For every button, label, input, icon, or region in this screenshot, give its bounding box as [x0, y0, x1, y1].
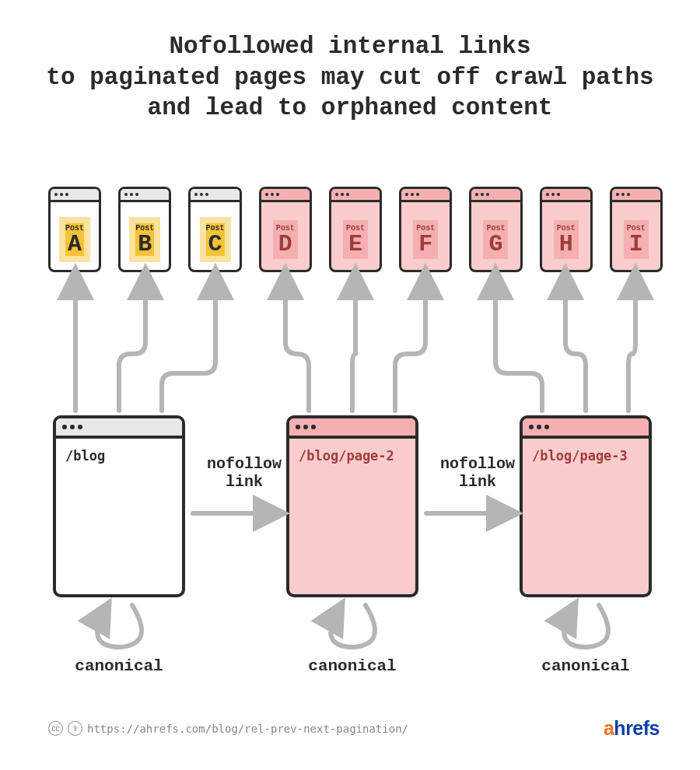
page-window-page-3: /blog/page-3 [520, 415, 652, 597]
post-card-g: Post G [469, 187, 522, 272]
post-stamp: Post D [270, 217, 301, 262]
by-icon: 🛉 [68, 721, 82, 736]
post-card-h: Post H [540, 187, 593, 272]
post-row: Post A Post B Post C Post D [48, 187, 663, 272]
brand-logo: ahrefs [604, 717, 660, 740]
window-header [289, 418, 415, 439]
window-header [542, 189, 590, 202]
post-letter: B [138, 233, 152, 256]
page-window-blog: /blog [53, 415, 185, 597]
arrow-page2-to-post-d [285, 277, 309, 411]
canonical-label: canonical [520, 657, 652, 675]
pages-row: /blog /blog/page-2 /blog/page-3 [53, 415, 667, 602]
window-header [121, 189, 169, 202]
window-header [401, 189, 450, 202]
post-card-f: Post F [399, 187, 452, 272]
arrow-canonical-3 [564, 605, 608, 647]
post-stamp: Post E [340, 217, 371, 262]
post-card-e: Post E [329, 187, 382, 272]
post-card-a: Post A [48, 187, 101, 272]
canonical-label: canonical [286, 657, 418, 675]
post-letter: E [348, 233, 362, 256]
window-header [612, 189, 660, 202]
page-path: /blog [56, 439, 182, 464]
post-stamp: Post F [410, 217, 441, 262]
post-stamp: Post A [59, 217, 90, 262]
post-stamp: Post G [480, 217, 511, 262]
source-url: https://ahrefs.com/blog/rel-prev-next-pa… [87, 723, 408, 735]
window-header [471, 189, 520, 202]
license-badge: cc 🛉 https://ahrefs.com/blog/rel-prev-ne… [48, 721, 408, 736]
canonical-label: canonical [53, 657, 185, 675]
page-window-page-2: /blog/page-2 [286, 415, 418, 597]
window-header [331, 189, 380, 202]
diagram-title: Nofollowed internal links to paginated p… [0, 31, 700, 124]
post-card-b: Post B [118, 187, 171, 272]
window-header [51, 189, 99, 202]
arrow-canonical-2 [331, 605, 375, 647]
arrow-page1-to-post-c [162, 277, 215, 411]
footer: cc 🛉 https://ahrefs.com/blog/rel-prev-ne… [48, 717, 660, 740]
post-stamp: Post B [129, 217, 160, 262]
post-card-i: Post I [610, 187, 663, 272]
arrow-page2-to-post-f [395, 277, 425, 411]
post-stamp: Post H [551, 217, 582, 262]
post-stamp: Post C [200, 217, 231, 262]
arrow-page3-to-post-h [565, 277, 586, 411]
post-letter: G [488, 233, 502, 256]
arrow-page3-to-post-i [628, 277, 635, 411]
page-path: /blog/page-3 [523, 439, 649, 464]
arrow-page2-to-post-e [352, 277, 355, 411]
post-stamp: Post I [621, 217, 652, 262]
nofollow-label: nofollowlink [198, 455, 291, 491]
post-letter: C [208, 233, 222, 256]
post-card-c: Post C [188, 187, 241, 272]
post-letter: A [68, 233, 82, 256]
post-letter: I [629, 233, 643, 256]
arrow-page3-to-post-g [495, 277, 542, 411]
window-header [56, 418, 182, 439]
post-letter: H [559, 233, 573, 256]
cc-icon: cc [48, 721, 63, 736]
arrow-canonical-1 [97, 605, 142, 647]
post-letter: F [418, 233, 432, 256]
nofollow-label: nofollowlink [431, 455, 524, 491]
window-header [191, 189, 239, 202]
post-card-d: Post D [259, 187, 312, 272]
arrow-page1-to-post-b [119, 277, 145, 411]
window-header [523, 418, 649, 439]
post-letter: D [278, 233, 292, 256]
window-header [261, 189, 310, 202]
page-path: /blog/page-2 [289, 439, 415, 464]
